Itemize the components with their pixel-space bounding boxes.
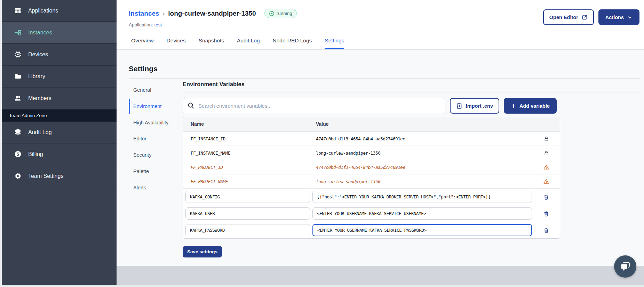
tab-snapshots[interactable]: Snapshots xyxy=(199,38,224,49)
members-icon xyxy=(14,95,22,102)
status-badge-label: running xyxy=(277,11,292,16)
subnav-divider xyxy=(174,84,174,257)
window-left-gutter xyxy=(0,0,2,287)
breadcrumb-separator: › xyxy=(163,10,165,17)
search-icon xyxy=(187,102,195,109)
sidebar-item-applications[interactable]: Applications xyxy=(2,0,117,22)
subnav-security[interactable]: Security xyxy=(129,151,170,159)
instance-name: long-curlew-sandpiper-1350 xyxy=(168,10,256,17)
search-box xyxy=(183,98,445,114)
add-variable-button[interactable]: Add variable xyxy=(504,98,557,114)
team-settings-icon xyxy=(14,172,22,180)
environment-variables-title: Environment Variables xyxy=(183,81,641,88)
sidebar-item-label: Audit Log xyxy=(28,129,52,136)
table-row: FF_INSTANCE_NAME long-curlew-sandpiper-1… xyxy=(183,146,560,160)
table-row xyxy=(183,222,560,238)
import-env-button[interactable]: Import .env xyxy=(450,98,499,114)
lock-icon xyxy=(533,150,560,156)
sidebar-item-label: Team Settings xyxy=(28,173,63,179)
billing-icon: $ xyxy=(14,150,22,158)
sidebar-item-audit-log[interactable]: Audit Log xyxy=(2,122,117,144)
import-file-icon xyxy=(456,102,463,109)
tab-node-red-logs[interactable]: Node-RED Logs xyxy=(273,38,312,49)
tab-overview[interactable]: Overview xyxy=(131,38,154,49)
sidebar-item-library[interactable]: Library xyxy=(2,66,117,88)
table-row xyxy=(183,205,560,222)
env-var-value: 4747c0bd-d1f3-4654-84b4-aa5d274691ee xyxy=(312,136,533,141)
window-bottom-strip xyxy=(0,285,644,287)
settings-subnav: General Environment High Availability Ed… xyxy=(129,87,170,191)
open-editor-button[interactable]: Open Editor xyxy=(543,9,594,25)
sidebar-item-label: Library xyxy=(28,73,45,80)
delete-variable-button[interactable] xyxy=(533,227,560,233)
sidebar-item-label: Instances xyxy=(28,30,52,36)
env-var-name-input[interactable] xyxy=(185,207,310,220)
application-line: Application: test xyxy=(129,22,162,27)
delete-variable-button[interactable] xyxy=(533,211,560,217)
env-var-name-input[interactable] xyxy=(185,224,310,236)
table-header: Name Value xyxy=(183,117,560,131)
main-content: Instances › long-curlew-sandpiper-1350 r… xyxy=(117,0,644,287)
env-var-name: FF_PROJECT_ID xyxy=(183,165,312,170)
settings-title: Settings xyxy=(129,65,158,73)
status-badge: running xyxy=(264,9,297,18)
add-variable-label: Add variable xyxy=(519,103,550,109)
sidebar-item-devices[interactable]: Devices xyxy=(2,44,117,66)
actions-label: Actions xyxy=(605,15,624,20)
play-circle-icon xyxy=(269,11,275,16)
subnav-general[interactable]: General xyxy=(129,87,170,94)
subnav-high-availability[interactable]: High Availability xyxy=(129,119,170,127)
env-var-value: long-curlew-sandpiper-1350 xyxy=(312,179,533,184)
subnav-alerts[interactable]: Alerts xyxy=(129,184,170,192)
sidebar-item-billing[interactable]: $ Billing xyxy=(2,144,117,165)
save-settings-button[interactable]: Save settings xyxy=(183,246,222,257)
breadcrumb-instances-link[interactable]: Instances xyxy=(129,10,159,17)
environment-controls: Import .env Add variable xyxy=(183,98,557,114)
subnav-palette[interactable]: Palette xyxy=(129,168,170,175)
subnav-environment[interactable]: Environment xyxy=(129,103,170,110)
library-icon xyxy=(14,73,22,80)
tab-devices[interactable]: Devices xyxy=(167,38,186,49)
breadcrumb: Instances › long-curlew-sandpiper-1350 r… xyxy=(129,9,297,18)
external-link-icon xyxy=(581,14,588,20)
environment-panel: Environment Variables Import .env Add va… xyxy=(183,81,641,257)
application-label: Application: xyxy=(129,22,153,27)
lock-icon xyxy=(533,136,560,142)
env-var-value-input[interactable] xyxy=(312,207,532,220)
open-editor-label: Open Editor xyxy=(549,15,578,20)
warning-icon xyxy=(533,178,560,184)
applications-icon xyxy=(14,7,22,15)
delete-variable-button[interactable] xyxy=(533,194,560,200)
tab-audit-log[interactable]: Audit Log xyxy=(237,38,260,49)
env-var-value-input-focused[interactable] xyxy=(312,224,532,236)
sidebar-item-members[interactable]: Members xyxy=(2,88,117,109)
chevron-down-icon xyxy=(627,15,633,20)
header-buttons: Open Editor Actions xyxy=(543,9,639,25)
chat-widget-button[interactable] xyxy=(614,255,636,278)
sidebar-section-team-admin-zone: Team Admin Zone xyxy=(2,109,117,122)
sidebar-item-label: Devices xyxy=(28,51,48,58)
sidebar-item-team-settings[interactable]: Team Settings xyxy=(2,165,117,187)
instance-tabs: Overview Devices Snapshots Audit Log Nod… xyxy=(131,38,344,49)
application-link[interactable]: test xyxy=(154,22,162,27)
sidebar-item-instances[interactable]: Instances xyxy=(2,22,117,44)
footer-strip xyxy=(117,266,644,285)
sidebar-item-label: Applications xyxy=(28,8,58,14)
table-row: FF_PROJECT_NAME long-curlew-sandpiper-13… xyxy=(183,174,560,188)
page-header: Instances › long-curlew-sandpiper-1350 r… xyxy=(117,0,644,50)
env-var-value-input[interactable] xyxy=(312,191,532,203)
env-var-name: FF_INSTANCE_NAME xyxy=(183,150,312,156)
sidebar: Applications Instances Devices Library xyxy=(2,0,117,285)
table-row: FF_PROJECT_ID 4747c0bd-d1f3-4654-84b4-aa… xyxy=(183,160,560,174)
column-header-value: Value xyxy=(312,121,533,127)
settings-title-divider xyxy=(129,78,641,79)
table-row: FF_INSTANCE_ID 4747c0bd-d1f3-4654-84b4-a… xyxy=(183,131,560,146)
search-input[interactable] xyxy=(183,98,445,113)
env-var-name-input[interactable] xyxy=(185,191,310,203)
tab-settings[interactable]: Settings xyxy=(325,38,344,49)
subnav-editor[interactable]: Editor xyxy=(129,135,170,143)
sidebar-item-label: Members xyxy=(28,95,51,101)
svg-text:$: $ xyxy=(16,152,19,157)
actions-button[interactable]: Actions xyxy=(598,9,639,25)
table-row xyxy=(183,188,560,205)
